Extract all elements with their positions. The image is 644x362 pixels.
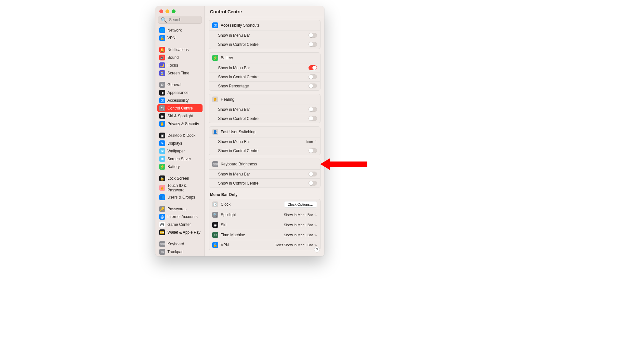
minimize-icon[interactable] — [165, 9, 169, 13]
setting-row: Show in Control Centre — [209, 72, 320, 81]
sidebar-item-wallpaper[interactable]: ❀Wallpaper — [157, 147, 203, 155]
dropdown-select[interactable]: Show in Menu Bar⇅ — [284, 233, 317, 237]
sidebar-icon: ⇆ — [159, 105, 165, 111]
group-icon: 👂 — [212, 97, 218, 102]
toggle-switch[interactable] — [309, 84, 317, 88]
sidebar-item-users-groups[interactable]: 👥Users & Groups — [157, 193, 203, 201]
sidebar-item-label: Accessibility — [167, 98, 189, 103]
sidebar-item-sound[interactable]: 🔊Sound — [157, 54, 203, 61]
sidebar-item-desktop-dock[interactable]: ▣Desktop & Dock — [157, 132, 203, 139]
toggle-switch[interactable] — [309, 65, 317, 70]
select-value: Show in Menu Bar — [284, 233, 313, 237]
sidebar-item-internet-accounts[interactable]: @Internet Accounts — [157, 213, 203, 221]
sidebar-item-general[interactable]: ⚙General — [157, 81, 203, 89]
sidebar-item-label: Sound — [167, 55, 179, 60]
sidebar-item-keyboard[interactable]: ⌨Keyboard — [157, 240, 203, 248]
sidebar-item-label: Internet Accounts — [167, 214, 198, 219]
row-icon: ◉ — [212, 222, 218, 228]
setting-row: Show in Menu Bar — [209, 63, 320, 72]
select-value: Show in Menu Bar — [284, 223, 313, 227]
sidebar-icon: ▣ — [159, 133, 165, 138]
sidebar-item-label: VPN — [167, 36, 176, 40]
sidebar-item-label: Control Centre — [167, 106, 193, 110]
setting-label: Show in Control Centre — [218, 42, 258, 47]
toggle-switch[interactable] — [309, 148, 317, 153]
window-controls — [155, 6, 204, 16]
sidebar-item-displays[interactable]: ☀Displays — [157, 139, 203, 147]
settings-group-accessibility-shortcuts: ➀Accessibility ShortcutsShow in Menu Bar… — [209, 20, 321, 49]
close-icon[interactable] — [159, 9, 163, 13]
sidebar-item-appearance[interactable]: ◑Appearance — [157, 89, 203, 97]
sidebar-item-notifications[interactable]: 🔔Notifications — [157, 46, 203, 54]
sidebar-item-label: Game Center — [167, 222, 191, 227]
sidebar-list[interactable]: 🌐Network🔒VPN🔔Notifications🔊Sound🌙Focus⌛S… — [155, 26, 204, 256]
group-icon: 👤 — [212, 129, 218, 135]
sidebar-icon: ✺ — [159, 156, 165, 162]
group-title: Accessibility Shortcuts — [221, 23, 259, 28]
sidebar-item-lock-screen[interactable]: 🔒Lock Screen — [157, 175, 203, 182]
select-value: Don't Show in Menu Bar — [275, 243, 313, 247]
sidebar-icon: ⚡ — [159, 164, 165, 170]
sidebar-item-screen-time[interactable]: ⌛Screen Time — [157, 69, 203, 77]
toggle-switch[interactable] — [309, 172, 317, 176]
search-field[interactable]: 🔍 — [158, 16, 202, 24]
sidebar-item-label: Appearance — [167, 90, 189, 95]
sidebar-icon: 👥 — [159, 194, 165, 200]
sidebar-icon: 🔊 — [159, 55, 165, 60]
row-icon: 🕒 — [212, 201, 218, 207]
toggle-switch[interactable] — [309, 74, 317, 79]
sidebar-icon: 🎮 — [159, 222, 165, 227]
sidebar-item-label: Notifications — [167, 47, 189, 52]
sidebar-item-trackpad[interactable]: ▭Trackpad — [157, 248, 203, 256]
sidebar-item-game-center[interactable]: 🎮Game Center — [157, 221, 203, 228]
sidebar-item-passwords[interactable]: 🔑Passwords — [157, 205, 203, 213]
dropdown-select[interactable]: Show in Menu Bar⇅ — [284, 223, 317, 227]
sidebar-item-accessibility[interactable]: ➀Accessibility — [157, 97, 203, 104]
dropdown-select[interactable]: Don't Show in Menu Bar⇅ — [275, 243, 317, 247]
sidebar-icon: 🔒 — [159, 175, 165, 181]
select-value: Show in Menu Bar — [284, 213, 313, 217]
row-label: Siri — [221, 223, 226, 227]
sidebar-item-control-centre[interactable]: ⇆Control Centre — [157, 104, 203, 112]
toggle-switch[interactable] — [309, 42, 317, 47]
sidebar-icon: @ — [159, 214, 165, 220]
dropdown-select[interactable]: Show in Menu Bar⇅ — [284, 213, 317, 217]
sidebar-item-focus[interactable]: 🌙Focus — [157, 61, 203, 69]
sidebar-item-label: Wallpaper — [167, 149, 185, 153]
clock-options-button[interactable]: Clock Options… — [284, 201, 317, 208]
toggle-switch[interactable] — [309, 181, 317, 186]
sidebar-icon: ◑ — [159, 90, 165, 96]
sidebar-icon: 🔔 — [159, 47, 165, 53]
sidebar-item-network[interactable]: 🌐Network — [157, 26, 203, 34]
main-panel: Control Centre ➀Accessibility ShortcutsS… — [205, 6, 324, 256]
setting-label: Show in Menu Bar — [218, 66, 250, 70]
system-settings-window: 🔍 🌐Network🔒VPN🔔Notifications🔊Sound🌙Focus… — [155, 6, 324, 256]
toggle-switch[interactable] — [309, 116, 317, 121]
dropdown-select[interactable]: Icon⇅ — [306, 140, 317, 144]
chevron-updown-icon: ⇅ — [314, 140, 317, 143]
content-scroll[interactable]: ➀Accessibility ShortcutsShow in Menu Bar… — [205, 17, 324, 256]
settings-group-fast-user-switching: 👤Fast User SwitchingShow in Menu BarIcon… — [209, 126, 321, 155]
sidebar-item-wallet-apple-pay[interactable]: 💳Wallet & Apple Pay — [157, 228, 203, 236]
sidebar-item-privacy-security[interactable]: ✋Privacy & Security — [157, 120, 203, 128]
chevron-updown-icon: ⇅ — [314, 233, 317, 237]
chevron-updown-icon: ⇅ — [314, 213, 317, 216]
toggle-switch[interactable] — [309, 107, 317, 112]
sidebar-item-touch-id-password[interactable]: ☝Touch ID & Password — [157, 182, 203, 193]
page-title: Control Centre — [210, 9, 242, 14]
sidebar-item-vpn[interactable]: 🔒VPN — [157, 34, 203, 42]
setting-label: Show in Menu Bar — [218, 107, 250, 112]
setting-label: Show Percentage — [218, 84, 249, 88]
sidebar-icon: ☝ — [159, 185, 165, 191]
zoom-icon[interactable] — [172, 9, 176, 13]
sidebar-icon: 💳 — [159, 229, 165, 235]
help-button[interactable]: ? — [314, 247, 320, 252]
group-title: Fast User Switching — [221, 130, 256, 134]
toggle-switch[interactable] — [309, 33, 317, 38]
search-input[interactable] — [169, 18, 199, 22]
sidebar-item-siri-spotlight[interactable]: ◉Siri & Spotlight — [157, 112, 203, 120]
sidebar-item-battery[interactable]: ⚡Battery — [157, 163, 203, 171]
sidebar-item-screen-saver[interactable]: ✺Screen Saver — [157, 155, 203, 163]
sidebar-item-printers-scanners[interactable]: 🖨Printers & Scanners — [157, 256, 203, 256]
sidebar-item-label: Lock Screen — [167, 176, 189, 181]
